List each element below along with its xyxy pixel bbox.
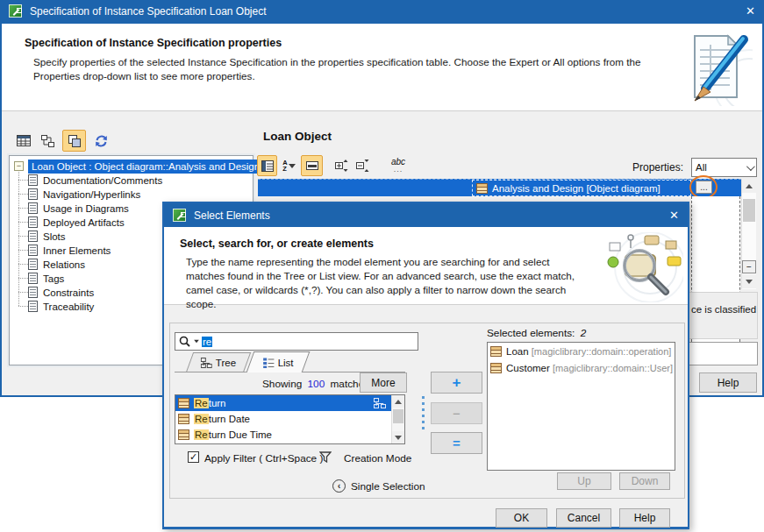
sort-az-icon: AZ bbox=[282, 160, 295, 172]
down-button[interactable]: Down bbox=[619, 472, 670, 490]
collapse-icon bbox=[356, 160, 369, 172]
panel-title: Loan Object bbox=[263, 130, 332, 143]
equals-icon: = bbox=[453, 436, 461, 450]
description-icon bbox=[306, 161, 318, 170]
search-options-arrow-icon[interactable] bbox=[194, 340, 199, 344]
tree-item[interactable]: Documentation/Comments bbox=[28, 174, 162, 187]
refresh-button[interactable] bbox=[90, 131, 112, 151]
refresh-icon bbox=[95, 135, 108, 147]
search-input[interactable]: re bbox=[175, 332, 418, 351]
result-item[interactable]: Return Due Time bbox=[175, 427, 404, 443]
minus-icon: − bbox=[746, 262, 752, 272]
spelling-button[interactable]: abc ... bbox=[386, 155, 411, 176]
result-item[interactable]: Return bbox=[175, 395, 404, 411]
arrow-up-icon bbox=[395, 400, 402, 404]
up-button[interactable]: Up bbox=[557, 472, 611, 490]
tree-item[interactable]: Deployed Artifacts bbox=[28, 216, 125, 229]
selection-mode-label[interactable]: Single Selection bbox=[351, 480, 425, 493]
selection-mode-icon[interactable]: ‹ bbox=[332, 479, 346, 493]
spec-node-icon bbox=[28, 216, 38, 228]
arrow-down-icon bbox=[746, 280, 753, 284]
tree-item[interactable]: Tags bbox=[28, 272, 64, 285]
properties-scrollbar[interactable]: − bbox=[741, 179, 756, 289]
result-item[interactable]: Return Date bbox=[175, 411, 404, 427]
sort-alphabetically-button[interactable]: AZ bbox=[278, 155, 300, 176]
search-value: re bbox=[202, 337, 212, 347]
scroll-up-button[interactable] bbox=[742, 179, 756, 193]
spec-node-icon bbox=[28, 202, 38, 214]
apply-filter-label[interactable]: Apply Filter ( Ctrl+Space ) bbox=[204, 452, 323, 465]
tree-item[interactable]: Relations bbox=[28, 258, 85, 271]
tree-root-item[interactable]: Loan Object : Object diagram::Analysis a… bbox=[28, 160, 263, 174]
tree-item[interactable]: Inner Elements bbox=[28, 244, 111, 257]
filter-icon[interactable] bbox=[319, 451, 332, 463]
tab-tree[interactable]: Tree bbox=[186, 352, 251, 372]
categorized-view-icon bbox=[261, 160, 274, 172]
tree-item[interactable]: Traceability bbox=[28, 300, 94, 313]
main-dialog-title: Specification of Instance Specification … bbox=[30, 5, 267, 18]
main-dialog-header: Specification of Instance Specification … bbox=[2, 24, 762, 111]
spec-node-icon bbox=[28, 287, 38, 298]
properties-dropdown[interactable]: All bbox=[691, 158, 757, 177]
hint-text-fragment: ce is classified bbox=[691, 304, 756, 315]
categorized-view-button[interactable] bbox=[257, 155, 277, 176]
tab-list[interactable]: List bbox=[246, 351, 311, 372]
annotation-ring bbox=[689, 175, 718, 199]
selected-item[interactable]: Customer [magiclibrary::domain::User] bbox=[488, 359, 675, 376]
search-icon bbox=[179, 336, 191, 347]
hint-panel: ce is classified bbox=[686, 292, 758, 339]
scroll-up-button[interactable] bbox=[392, 395, 404, 408]
scrollbar-thumb[interactable] bbox=[393, 409, 403, 423]
scroll-down-button[interactable] bbox=[392, 431, 404, 443]
help-button[interactable]: Help bbox=[619, 508, 670, 528]
app-icon bbox=[9, 4, 22, 18]
tree-expander-icon[interactable]: − bbox=[14, 161, 24, 171]
ok-button[interactable]: OK bbox=[496, 508, 547, 528]
remove-button[interactable]: − bbox=[431, 402, 482, 424]
tab-tree-label: Tree bbox=[216, 358, 236, 368]
cancel-button[interactable]: Cancel bbox=[556, 508, 611, 528]
tree-item[interactable]: Slots bbox=[28, 230, 66, 243]
tree-item[interactable]: Constraints bbox=[28, 286, 94, 299]
selected-item[interactable]: Loan [magiclibrary::domain::operation] bbox=[488, 343, 675, 359]
spec-node-icon bbox=[28, 231, 38, 242]
plus-icon: + bbox=[453, 374, 461, 392]
cascade-view-button[interactable] bbox=[62, 130, 86, 152]
description-area-button[interactable] bbox=[301, 155, 323, 176]
cascade-view-icon bbox=[68, 135, 81, 147]
more-button[interactable]: More bbox=[360, 372, 407, 393]
instance-icon bbox=[490, 363, 502, 373]
property-value-text: Analysis and Design [Object diagram] bbox=[492, 183, 660, 194]
tree-view-button[interactable] bbox=[37, 131, 59, 151]
close-icon[interactable]: ✕ bbox=[669, 209, 679, 221]
value-edit-box[interactable] bbox=[686, 342, 758, 365]
property-value-cell[interactable]: Analysis and Design [Object diagram] bbox=[472, 180, 691, 196]
search-elements-image bbox=[599, 232, 683, 302]
minus-icon: − bbox=[453, 406, 461, 421]
close-icon[interactable]: ✕ bbox=[746, 5, 755, 17]
arrow-up-icon bbox=[746, 184, 753, 188]
table-view-button[interactable] bbox=[12, 131, 34, 151]
scroll-down-button[interactable] bbox=[742, 274, 756, 288]
properties-label: Properties: bbox=[632, 161, 683, 174]
creation-mode-label[interactable]: Creation Mode bbox=[344, 452, 411, 465]
main-help-button[interactable]: Help bbox=[699, 372, 757, 393]
spec-node-icon bbox=[28, 188, 38, 200]
property-row[interactable]: Analysis and Design [Object diagram] bbox=[258, 179, 741, 196]
scrollbar-thumb[interactable] bbox=[743, 199, 755, 222]
abc-icon: abc ... bbox=[391, 159, 405, 173]
collapse-nodes-button[interactable] bbox=[352, 155, 374, 176]
expand-nodes-button[interactable] bbox=[331, 155, 353, 176]
splitter-handle[interactable] bbox=[422, 396, 425, 431]
replace-button[interactable]: = bbox=[431, 432, 482, 454]
spec-node-icon bbox=[28, 245, 38, 256]
instance-icon bbox=[178, 398, 189, 408]
tree-item[interactable]: Navigation/Hyperlinks bbox=[28, 188, 140, 201]
tree-item[interactable]: Usage in Diagrams bbox=[28, 202, 129, 215]
results-scrollbar[interactable] bbox=[391, 395, 404, 443]
matches-status: Showing 100 matches bbox=[262, 378, 369, 390]
collapse-row-button[interactable]: − bbox=[742, 260, 756, 273]
table-view-icon bbox=[17, 135, 31, 146]
apply-filter-checkbox[interactable]: ✓ bbox=[188, 451, 199, 463]
add-button[interactable]: + bbox=[431, 372, 482, 394]
